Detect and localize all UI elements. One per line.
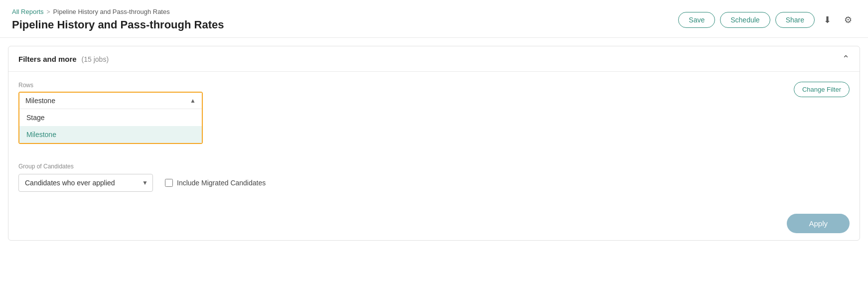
- rows-dropdown-options: Stage Milestone: [19, 109, 202, 143]
- filters-title: Filters and more: [18, 55, 77, 63]
- save-button[interactable]: Save: [678, 12, 715, 28]
- rows-dropdown-wrapper: Milestone ▲ Stage Milestone: [18, 92, 203, 144]
- rows-select-display[interactable]: Milestone ▲: [19, 93, 202, 109]
- filters-panel: Filters and more (15 jobs) ⌃ Rows Milest…: [8, 46, 860, 241]
- group-section: Group of Candidates Candidates who ever …: [18, 163, 850, 192]
- breadcrumb-all-reports-link[interactable]: All Reports: [12, 8, 44, 15]
- rows-chevron-icon: ▲: [190, 97, 196, 104]
- settings-button[interactable]: ⚙: [840, 12, 856, 27]
- filters-header[interactable]: Filters and more (15 jobs) ⌃: [8, 46, 860, 72]
- change-filter-button[interactable]: Change Filter: [794, 82, 850, 97]
- group-candidates-select[interactable]: Candidates who ever applied Active Candi…: [18, 174, 153, 192]
- apply-button[interactable]: Apply: [787, 214, 850, 233]
- include-migrated-checkbox[interactable]: [165, 179, 173, 187]
- header: All Reports > Pipeline History and Pass-…: [0, 0, 868, 38]
- page-title: Pipeline History and Pass-through Rates: [12, 18, 224, 31]
- group-label: Group of Candidates: [18, 163, 850, 170]
- collapse-icon: ⌃: [842, 53, 850, 64]
- filters-title-area: Filters and more (15 jobs): [18, 55, 109, 63]
- header-right: Save Schedule Share ⬇ ⚙: [678, 12, 856, 28]
- rows-option-milestone[interactable]: Milestone: [19, 126, 202, 143]
- group-select-wrapper: Candidates who ever applied Active Candi…: [18, 174, 153, 192]
- filters-footer: Apply: [8, 207, 860, 240]
- page-wrapper: All Reports > Pipeline History and Pass-…: [0, 0, 868, 281]
- rows-option-stage[interactable]: Stage: [19, 109, 202, 126]
- main-content: Filters and more (15 jobs) ⌃ Rows Milest…: [0, 46, 868, 241]
- share-button[interactable]: Share: [775, 12, 815, 28]
- rows-section: Rows Milestone ▲ Stage Milestone: [18, 82, 203, 144]
- breadcrumb-current: Pipeline History and Pass-through Rates: [53, 8, 170, 15]
- breadcrumb: All Reports > Pipeline History and Pass-…: [12, 8, 224, 15]
- checkbox-row: Include Migrated Candidates: [165, 179, 266, 187]
- breadcrumb-separator: >: [47, 8, 50, 15]
- download-button[interactable]: ⬇: [820, 12, 835, 27]
- settings-icon: ⚙: [844, 15, 852, 25]
- filters-count: (15 jobs): [82, 55, 109, 63]
- header-left: All Reports > Pipeline History and Pass-…: [12, 8, 224, 31]
- group-row: Candidates who ever applied Active Candi…: [18, 174, 850, 192]
- include-migrated-label[interactable]: Include Migrated Candidates: [177, 179, 266, 187]
- rows-selected-value: Milestone: [25, 97, 55, 105]
- filters-body: Rows Milestone ▲ Stage Milestone Change …: [8, 72, 860, 207]
- rows-label: Rows: [18, 82, 203, 89]
- schedule-button[interactable]: Schedule: [720, 12, 770, 28]
- download-icon: ⬇: [824, 15, 831, 25]
